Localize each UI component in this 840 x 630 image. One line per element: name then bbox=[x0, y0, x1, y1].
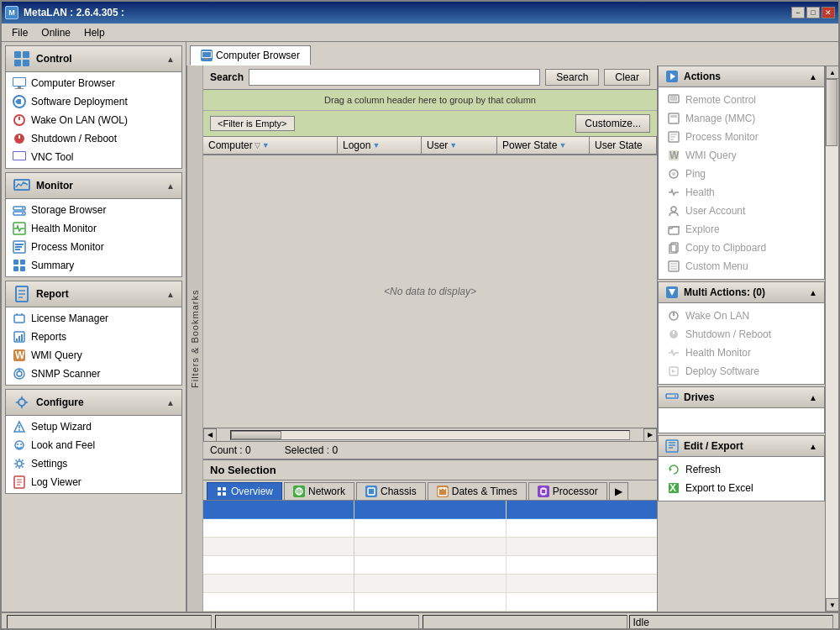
column-header-power-state[interactable]: Power State ▼ bbox=[497, 137, 590, 154]
right-item-wake-on-lan[interactable]: Wake On LAN bbox=[659, 307, 824, 325]
power-filter-icon[interactable]: ▼ bbox=[559, 141, 566, 150]
sidebar-item-license-manager[interactable]: License Manager bbox=[6, 309, 181, 328]
right-header-actions[interactable]: Actions ▲ bbox=[658, 66, 825, 87]
selected-label: Selected : 0 bbox=[285, 444, 338, 456]
right-item-health-monitor[interactable]: Health Monitor bbox=[659, 344, 824, 362]
menu-bar: File Online Help bbox=[2, 24, 838, 42]
sidebar-item-summary[interactable]: Summary bbox=[6, 256, 181, 275]
tab-computer-browser[interactable]: Computer Browser bbox=[190, 45, 311, 66]
svg-rect-81 bbox=[670, 96, 677, 101]
computer-filter-icon[interactable]: ▼ bbox=[262, 141, 270, 150]
vs-down-arrow[interactable]: ▼ bbox=[826, 598, 838, 612]
right-item-copy-to-clipboard[interactable]: Copy to Clipboard bbox=[659, 239, 824, 257]
status-panel-1 bbox=[7, 615, 212, 630]
svg-rect-70 bbox=[438, 488, 447, 496]
right-item-refresh[interactable]: Refresh bbox=[659, 460, 824, 479]
filter-empty-badge[interactable]: <Filter is Empty> bbox=[210, 116, 295, 131]
sidebar-item-software-deployment[interactable]: Software Deployment bbox=[6, 92, 181, 111]
vs-up-arrow[interactable]: ▲ bbox=[826, 66, 838, 79]
right-header-edit-export[interactable]: Edit / Export ▲ bbox=[658, 435, 825, 457]
right-item-export-to-excel[interactable]: X Export to Excel bbox=[659, 479, 824, 497]
svg-text:W: W bbox=[669, 150, 680, 161]
sidebar-item-vnc-tool[interactable]: VNC Tool bbox=[6, 148, 181, 166]
svg-point-45 bbox=[17, 371, 22, 376]
column-header-logon[interactable]: Logon ▼ bbox=[338, 137, 422, 154]
search-button[interactable]: Search bbox=[545, 69, 599, 86]
scroll-right-arrow[interactable]: ▶ bbox=[643, 428, 657, 442]
right-item-ping[interactable]: Ping bbox=[659, 165, 824, 183]
svg-text:X: X bbox=[669, 482, 676, 494]
svg-point-91 bbox=[672, 172, 675, 176]
close-button[interactable]: ✕ bbox=[822, 7, 835, 18]
sidebar-item-wake-on-lan-label: Wake On LAN (WOL) bbox=[31, 114, 128, 126]
column-header-computer[interactable]: Computer ▽ ▼ bbox=[203, 137, 338, 154]
sidebar-item-snmp-scanner-label: SNMP Scanner bbox=[31, 368, 100, 380]
customize-button[interactable]: Customize... bbox=[575, 114, 650, 133]
right-item-explore[interactable]: Explore bbox=[659, 220, 824, 239]
right-header-multi-actions[interactable]: Multi Actions: (0) ▲ bbox=[658, 281, 825, 303]
sidebar-item-settings[interactable]: Settings bbox=[6, 454, 181, 473]
detail-tab-overview[interactable]: Overview bbox=[207, 482, 282, 500]
sidebar-item-health-monitor[interactable]: Health Monitor bbox=[6, 219, 181, 238]
svg-rect-0 bbox=[14, 51, 21, 58]
right-panel-scrollbar[interactable]: ▲ ▼ bbox=[825, 66, 838, 612]
detail-tab-chassis[interactable]: Chassis bbox=[356, 482, 426, 500]
sidebar-item-storage-browser[interactable]: Storage Browser bbox=[6, 201, 181, 219]
sidebar-item-process-monitor-label: Process Monitor bbox=[31, 241, 104, 253]
right-item-remote-control[interactable]: Remote Control bbox=[659, 91, 824, 109]
sidebar-header-report[interactable]: Report ▲ bbox=[5, 281, 182, 307]
sidebar-item-setup-wizard[interactable]: Setup Wizard bbox=[6, 417, 181, 436]
sidebar-item-snmp-scanner[interactable]: SNMP Scanner bbox=[6, 365, 181, 383]
sidebar-item-wmi-query[interactable]: W WMI Query bbox=[6, 346, 181, 365]
right-item-wmi-query[interactable]: W WMI Query bbox=[659, 146, 824, 165]
right-item-user-account[interactable]: User Account bbox=[659, 202, 824, 220]
scroll-thumb[interactable] bbox=[231, 431, 281, 439]
sidebar-item-reports[interactable]: Reports bbox=[6, 328, 181, 346]
sidebar-item-shutdown-reboot[interactable]: Shutdown / Reboot bbox=[6, 129, 181, 148]
minimize-button[interactable]: − bbox=[791, 7, 805, 18]
menu-file[interactable]: File bbox=[5, 25, 34, 40]
svg-rect-2 bbox=[14, 60, 21, 66]
sidebar-item-computer-browser[interactable]: Computer Browser bbox=[6, 74, 181, 92]
right-header-drives[interactable]: Drives ▲ bbox=[658, 386, 825, 408]
sidebar-header-monitor[interactable]: Monitor ▲ bbox=[5, 172, 182, 199]
right-item-deploy-software[interactable]: Deploy Software bbox=[659, 362, 824, 381]
vs-thumb[interactable] bbox=[826, 79, 837, 146]
center-content: Search Search Clear Drag a column header… bbox=[203, 66, 657, 612]
menu-help[interactable]: Help bbox=[77, 25, 112, 40]
detail-grid bbox=[203, 501, 657, 612]
scroll-track[interactable] bbox=[230, 430, 630, 440]
sidebar-item-process-monitor[interactable]: Process Monitor bbox=[6, 238, 181, 256]
sidebar-header-control[interactable]: Control ▲ bbox=[5, 45, 182, 72]
detail-tab-network[interactable]: Network bbox=[284, 482, 354, 500]
right-item-process-monitor[interactable]: Process Monitor bbox=[659, 128, 824, 146]
detail-tab-dates-times[interactable]: Dates & Times bbox=[428, 482, 527, 500]
sidebar-header-configure[interactable]: Configure ▲ bbox=[5, 389, 182, 416]
menu-online[interactable]: Online bbox=[34, 25, 77, 40]
wmi-query-right-icon: W bbox=[667, 149, 680, 162]
logon-filter-icon[interactable]: ▼ bbox=[372, 141, 380, 150]
svg-rect-73 bbox=[541, 489, 546, 494]
clear-button[interactable]: Clear bbox=[604, 69, 650, 86]
vs-track[interactable] bbox=[826, 79, 838, 598]
user-filter-icon[interactable]: ▼ bbox=[449, 141, 457, 150]
right-item-shutdown-reboot[interactable]: Shutdown / Reboot bbox=[659, 325, 824, 344]
sidebar-item-look-and-feel[interactable]: Look and Feel bbox=[6, 436, 181, 454]
sidebar-item-wake-on-lan[interactable]: Wake On LAN (WOL) bbox=[6, 111, 181, 129]
maximize-button[interactable]: □ bbox=[806, 7, 820, 18]
right-item-custom-menu[interactable]: Custom Menu bbox=[659, 257, 824, 276]
right-item-manage-mmc[interactable]: Manage (MMC) bbox=[659, 109, 824, 128]
sidebar-item-log-viewer-label: Log Viewer bbox=[31, 476, 81, 488]
column-header-user[interactable]: User ▼ bbox=[422, 137, 497, 154]
tab-bar: Computer Browser bbox=[186, 42, 838, 66]
filters-bookmarks-sidebar[interactable]: Filters & Bookmarks bbox=[186, 66, 203, 612]
search-input[interactable] bbox=[249, 69, 540, 86]
sidebar-item-log-viewer[interactable]: Log Viewer bbox=[6, 473, 181, 491]
horizontal-scrollbar[interactable]: ◀ ▶ bbox=[203, 428, 657, 441]
svg-rect-61 bbox=[205, 58, 208, 60]
detail-tab-processor[interactable]: Processor bbox=[528, 482, 607, 500]
detail-tab-more[interactable]: ▶ bbox=[609, 482, 628, 500]
right-item-health[interactable]: Health bbox=[659, 183, 824, 202]
column-header-user-state[interactable]: User State bbox=[590, 137, 657, 154]
scroll-left-arrow[interactable]: ◀ bbox=[203, 428, 217, 442]
